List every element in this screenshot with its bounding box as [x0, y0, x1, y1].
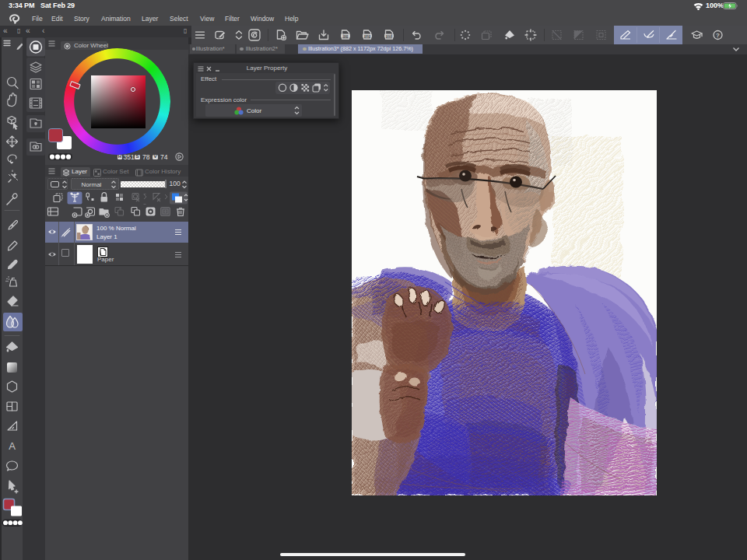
svg-text:?: ? — [716, 32, 720, 39]
svg-text:A: A — [9, 440, 16, 452]
svg-text:jpg: jpg — [342, 34, 349, 38]
svg-text:psd: psd — [386, 34, 392, 38]
svg-text:png: png — [364, 34, 370, 38]
